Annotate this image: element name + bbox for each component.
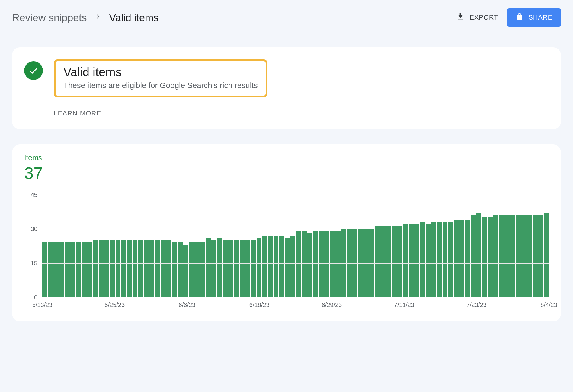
bar[interactable] [110,240,115,297]
bar[interactable] [133,240,138,297]
bar[interactable] [285,238,290,297]
bar[interactable] [459,220,465,297]
bar[interactable] [155,240,160,297]
bar[interactable] [533,215,538,297]
bar[interactable] [59,242,64,297]
bar[interactable] [104,240,109,297]
bar[interactable] [48,242,53,297]
bar[interactable] [380,226,386,297]
bar[interactable] [228,240,233,297]
bar[interactable] [375,226,380,297]
bar[interactable] [223,240,228,297]
bar[interactable] [476,213,482,297]
bar[interactable] [437,222,442,297]
bar[interactable] [65,242,70,297]
bar[interactable] [448,222,453,297]
bar[interactable] [53,242,59,297]
bar[interactable] [279,236,284,297]
bar[interactable] [172,242,177,297]
bar[interactable] [93,240,98,297]
bar[interactable] [149,240,155,297]
bar[interactable] [138,240,143,297]
bar[interactable] [127,240,132,297]
bar[interactable] [499,215,504,297]
bar[interactable] [240,240,245,297]
bar[interactable] [488,217,493,297]
bar[interactable] [544,213,549,297]
bar[interactable] [420,222,425,297]
bar[interactable] [302,231,307,297]
bar[interactable] [166,240,171,297]
bar[interactable] [330,231,335,297]
breadcrumb: Review snippets Valid items [12,12,158,24]
bar[interactable] [161,240,166,297]
y-tick-label: 45 [31,191,37,198]
bar[interactable] [471,215,476,297]
bar[interactable] [194,242,200,297]
bar[interactable] [313,231,318,297]
bar[interactable] [121,240,126,297]
bar[interactable] [183,245,188,297]
bar[interactable] [262,236,267,297]
breadcrumb-parent[interactable]: Review snippets [12,12,87,24]
bar[interactable] [178,242,183,297]
bar[interactable] [189,242,194,297]
learn-more-link[interactable]: LEARN MORE [54,109,267,117]
bar[interactable] [493,215,498,297]
bar[interactable] [211,240,216,297]
export-button[interactable]: EXPORT [456,12,498,23]
gridline [42,229,549,229]
bar[interactable] [392,226,397,297]
bar[interactable] [257,238,262,297]
chart: 0153045 5/13/235/25/236/6/236/18/236/29/… [24,195,549,309]
y-tick-label: 0 [34,294,37,301]
bar[interactable] [431,222,436,297]
bar[interactable] [335,231,341,297]
bar[interactable] [268,236,273,297]
breadcrumb-current: Valid items [109,12,159,24]
bar[interactable] [251,240,256,297]
valid-text-column: Valid items These items are eligible for… [54,59,267,117]
bar[interactable] [386,226,391,297]
bar[interactable] [414,224,419,297]
bar[interactable] [454,220,459,297]
bar[interactable] [397,226,402,297]
bar[interactable] [504,215,510,297]
bar[interactable] [296,231,301,297]
bar[interactable] [116,240,121,297]
bar[interactable] [82,242,87,297]
bar[interactable] [245,240,250,297]
share-button[interactable]: SHARE [507,8,561,27]
bar[interactable] [510,215,515,297]
bar[interactable] [206,238,211,297]
bar[interactable] [538,215,543,297]
bar[interactable] [426,224,431,297]
bar[interactable] [307,233,312,297]
bar[interactable] [527,215,532,297]
lock-icon [516,13,523,22]
bar[interactable] [319,231,324,297]
bar[interactable] [70,242,75,297]
bar[interactable] [234,240,239,297]
bar[interactable] [521,215,527,297]
bar[interactable] [200,242,205,297]
bar[interactable] [465,220,470,297]
highlighted-box: Valid items These items are eligible for… [54,59,267,97]
bar[interactable] [290,236,296,297]
bar[interactable] [42,242,47,297]
bar[interactable] [76,242,81,297]
x-tick-label: 6/6/23 [179,302,196,308]
bar[interactable] [516,215,521,297]
bar[interactable] [403,224,408,297]
bar[interactable] [443,222,448,297]
bar[interactable] [217,238,222,297]
bar[interactable] [482,217,487,297]
bar[interactable] [324,231,329,297]
bar[interactable] [409,224,414,297]
bar[interactable] [144,240,149,297]
bar[interactable] [87,242,92,297]
bar[interactable] [99,240,104,297]
bar[interactable] [274,236,279,297]
x-tick-label: 8/4/23 [540,302,557,308]
metric-value: 37 [24,163,549,183]
